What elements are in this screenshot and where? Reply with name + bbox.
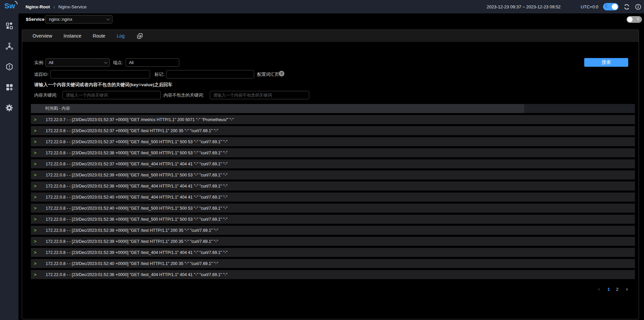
expand-arrow-icon[interactable]: > xyxy=(34,272,38,277)
sidebar-item-marketplace[interactable] xyxy=(4,21,14,31)
sidebar-item-settings[interactable] xyxy=(4,103,14,113)
service-bar: $Service nginx::nginx V xyxy=(18,13,644,25)
log-row[interactable]: > 172.22.0.8 - - [23/Dec/2023:01:52:40 +… xyxy=(31,259,635,268)
page-button-1[interactable]: 1 xyxy=(606,287,611,292)
exclude-keyword-input[interactable] xyxy=(210,91,309,99)
breadcrumb: Nginx-Root › Nginx-Service xyxy=(26,0,87,13)
expand-arrow-icon[interactable]: > xyxy=(34,161,38,166)
toggle-knob xyxy=(627,17,633,22)
expand-arrow-icon[interactable]: > xyxy=(34,261,38,266)
moon-icon: ☾ xyxy=(605,4,609,9)
log-row[interactable]: > 172.22.0.8 - - [23/Dec/2023:01:52:38 +… xyxy=(31,148,635,157)
skywalking-logo[interactable]: Sw xyxy=(4,2,15,10)
keyword-hint-text: 请输入一个内容关键词或者内容不包含的关键词(key=value)之后回车 xyxy=(34,82,172,88)
log-message: 172.22.0.8 - - [23/Dec/2023:01:52:40 +00… xyxy=(46,261,218,266)
tag-input[interactable] xyxy=(166,70,254,78)
chevron-right-icon: › xyxy=(53,4,55,10)
sidebar-item-dashboards[interactable] xyxy=(4,82,14,92)
expand-arrow-icon[interactable]: > xyxy=(34,195,38,200)
log-message: 172.22.0.8 - - [23/Dec/2023:01:52:37 +00… xyxy=(46,162,228,166)
log-message: 172.22.0.8 - - [23/Dec/2023:01:52:37 +00… xyxy=(46,128,218,133)
sidebar-item-topology[interactable] xyxy=(4,41,14,51)
keyword-label: 内容关键词: xyxy=(34,91,57,99)
topbar-controls: 2023-12-23 09:37 ~ 2023-12-23 09:52 UTC+… xyxy=(487,0,642,13)
sidebar-item-alarm[interactable] xyxy=(4,62,14,72)
topology-icon xyxy=(5,42,13,50)
log-row[interactable]: > 172.22.0.8 - - [23/Dec/2023:01:52:40 +… xyxy=(31,204,635,213)
log-message: 172.22.0.7 - - [23/Dec/2023:01:52:37 +00… xyxy=(46,117,234,122)
log-message: 172.22.0.8 - - [23/Dec/2023:01:52:38 +00… xyxy=(46,184,228,189)
log-row[interactable]: > 172.22.0.8 - - [23/Dec/2023:01:52:39 +… xyxy=(31,170,635,179)
log-message: 172.22.0.8 - - [23/Dec/2023:01:52:40 +00… xyxy=(46,206,228,211)
endpoint-input[interactable] xyxy=(126,58,179,67)
tag-label: 标记: xyxy=(154,70,165,78)
log-message: 172.22.0.8 - - [23/Dec/2023:01:52:39 +00… xyxy=(46,239,218,244)
tab-route[interactable]: Route xyxy=(93,33,105,39)
version-toggle[interactable]: V xyxy=(627,16,642,23)
expand-arrow-icon[interactable]: > xyxy=(34,217,38,222)
breadcrumb-current[interactable]: Nginx-Service xyxy=(58,4,87,9)
settings-icon xyxy=(5,104,13,112)
page-button-2[interactable]: 2 xyxy=(614,287,620,292)
log-row[interactable]: > 172.22.0.8 - - [23/Dec/2023:01:52:39 +… xyxy=(31,248,635,257)
log-row[interactable]: > 172.22.0.8 - - [23/Dec/2023:01:52:38 +… xyxy=(31,181,635,191)
trace-id-input[interactable] xyxy=(50,70,150,78)
trace-id-label: 追踪ID: xyxy=(34,70,49,78)
search-button[interactable]: 搜索 xyxy=(584,58,628,67)
timezone-selector[interactable]: UTC+0:0 xyxy=(581,4,598,9)
service-label: $Service xyxy=(26,17,45,22)
refresh-button[interactable] xyxy=(623,3,630,10)
copy-dashboard-button[interactable] xyxy=(137,33,143,39)
expand-arrow-icon[interactable]: > xyxy=(34,250,38,255)
log-message: 172.22.0.8 - - [23/Dec/2023:01:52:39 +00… xyxy=(46,173,228,177)
expand-arrow-icon[interactable]: > xyxy=(34,183,38,189)
next-page-button[interactable]: › xyxy=(623,285,631,293)
expand-arrow-icon[interactable]: > xyxy=(34,239,38,244)
log-table-header-label: 时间戳 - 内容 xyxy=(45,106,70,111)
tab-instance[interactable]: Instance xyxy=(63,33,81,39)
expand-arrow-icon[interactable]: > xyxy=(34,228,38,233)
log-message: 172.22.0.8 - - [23/Dec/2023:01:52:37 +00… xyxy=(46,140,228,144)
expand-arrow-icon[interactable]: > xyxy=(34,172,38,177)
log-message: 172.22.0.8 - - [23/Dec/2023:01:52:40 +00… xyxy=(46,195,228,200)
expand-arrow-icon[interactable]: > xyxy=(34,117,38,122)
expand-arrow-icon[interactable]: > xyxy=(34,150,38,155)
info-icon xyxy=(635,4,641,10)
info-button[interactable] xyxy=(635,3,641,10)
marketplace-icon xyxy=(5,22,13,30)
log-message: 172.22.0.8 - - [23/Dec/2023:01:52:36 +00… xyxy=(46,217,228,222)
alarm-icon xyxy=(5,63,13,71)
log-row[interactable]: > 172.22.0.8 - - [23/Dec/2023:01:52:36 +… xyxy=(31,215,635,224)
copy-icon xyxy=(137,33,143,39)
dark-mode-toggle[interactable]: ☾ xyxy=(603,3,618,10)
log-message: 172.22.0.8 - - [23/Dec/2023:01:52:38 +00… xyxy=(46,151,228,155)
prev-page-button[interactable]: ‹ xyxy=(595,285,603,293)
help-icon[interactable]: ? xyxy=(279,71,284,76)
config-vocabulary-link[interactable]: 配置词汇页 xyxy=(257,70,279,78)
tab-overview[interactable]: Overview xyxy=(33,33,52,39)
time-range-picker[interactable]: 2023-12-23 09:37 ~ 2023-12-23 09:52 xyxy=(487,4,561,9)
log-row[interactable]: > 172.22.0.8 - - [23/Dec/2023:01:52:40 +… xyxy=(31,193,635,202)
tab-strip: Overview Instance Route Log xyxy=(22,30,639,42)
log-row[interactable]: > 172.22.0.8 - - [23/Dec/2023:01:52:38 +… xyxy=(31,226,635,235)
log-row[interactable]: > 172.22.0.8 - - [23/Dec/2023:01:52:37 +… xyxy=(31,159,635,168)
chevron-down-icon xyxy=(104,60,107,64)
keyword-input[interactable] xyxy=(62,91,161,99)
log-row[interactable]: > 172.22.0.8 - - [23/Dec/2023:01:52:37 +… xyxy=(31,137,635,146)
breadcrumb-root[interactable]: Nginx-Root xyxy=(26,4,50,9)
instance-label: 实例: xyxy=(34,58,44,67)
pagination: ‹ 1 2 › xyxy=(595,285,631,293)
expand-arrow-icon[interactable]: > xyxy=(34,139,38,144)
tab-log[interactable]: Log xyxy=(117,33,125,39)
log-row[interactable]: > 172.22.0.8 - - [23/Dec/2023:01:52:36 +… xyxy=(31,270,635,279)
expand-arrow-icon[interactable]: > xyxy=(34,128,38,133)
dashboards-icon xyxy=(5,83,13,91)
log-row[interactable]: > 172.22.0.8 - - [23/Dec/2023:01:52:39 +… xyxy=(31,237,635,246)
log-row[interactable]: > 172.22.0.7 - - [23/Dec/2023:01:52:37 +… xyxy=(31,115,635,124)
service-select[interactable]: nginx::nginx xyxy=(45,15,112,23)
instance-select[interactable]: All xyxy=(45,58,110,67)
log-message: 172.22.0.8 - - [23/Dec/2023:01:52:38 +00… xyxy=(46,228,218,233)
log-row[interactable]: > 172.22.0.8 - - [23/Dec/2023:01:52:37 +… xyxy=(31,126,635,135)
refresh-icon xyxy=(624,4,630,10)
expand-arrow-icon[interactable]: > xyxy=(34,206,38,211)
